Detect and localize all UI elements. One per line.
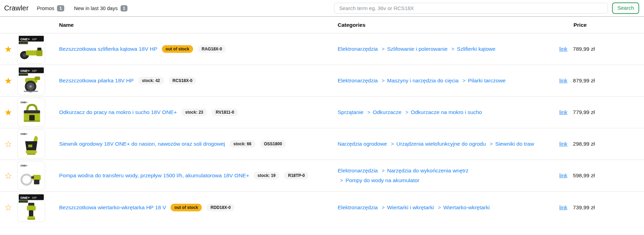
- favorite-star-icon[interactable]: ★: [5, 108, 12, 117]
- svg-text:ONE+: ONE+: [20, 132, 27, 136]
- product-name-link[interactable]: Bezszczotkowa pilarka 18V HP: [59, 78, 134, 84]
- price-cell: link 789,99 zł: [552, 46, 644, 52]
- category-link[interactable]: Maszyny i narzędzia do cięcia: [387, 78, 459, 83]
- breadcrumb-segment: >Siewniki do traw: [487, 141, 534, 147]
- category-link[interactable]: Odkurzacze na mokro i sucho: [411, 109, 482, 115]
- breadcrumb-segment: >Szlifowanie i polerowanie: [379, 46, 448, 52]
- new-count-badge: 1: [121, 5, 128, 11]
- product-badges: out of stockRAG18X-0: [162, 45, 226, 53]
- svg-text:ONE+: ONE+: [20, 37, 30, 41]
- category-link[interactable]: Siewniki do traw: [495, 141, 534, 147]
- product-image-drill: ONE+HPBRUSHLESS: [17, 193, 45, 222]
- product-price: 598,99 zł: [573, 172, 595, 179]
- breadcrumb-segment: >Narzędzia do wykończenia wnętrz: [379, 168, 469, 173]
- promos-count-badge: 1: [57, 5, 64, 11]
- breadcrumb-segment: >Odkurzacze na mokro i sucho: [403, 109, 482, 115]
- category-link[interactable]: Narzędzia ogrodowe: [338, 141, 387, 147]
- category-link[interactable]: Odkurzacze: [373, 109, 402, 115]
- breadcrumb-segment: Elektronarzędzia: [338, 168, 378, 173]
- product-link[interactable]: link: [559, 204, 567, 211]
- category-link[interactable]: Pompy do wody na akumulator: [345, 177, 419, 183]
- svg-text:BRUSHLESS: BRUSHLESS: [19, 74, 29, 76]
- breadcrumb-separator: >: [462, 78, 465, 83]
- table-row: ☆ ONE+ Pompa wodna do transferu wody, pr…: [0, 160, 644, 192]
- category-link[interactable]: Wiertarki i wkrętarki: [387, 204, 434, 210]
- product-name-cell: Odkurzacz do pracy na mokro i sucho 18V …: [59, 108, 333, 116]
- category-link[interactable]: Szlifowanie i polerowanie: [387, 46, 447, 52]
- categories-cell: Elektronarzędzia >Szlifowanie i polerowa…: [333, 44, 552, 54]
- category-link[interactable]: Szlifierki kątowe: [457, 46, 495, 52]
- column-header-name: Name: [59, 22, 333, 28]
- breadcrumb-separator: >: [340, 178, 343, 183]
- breadcrumb-separator: >: [382, 168, 385, 173]
- product-name-link[interactable]: Bezszczotkowa wiertarko-wkrętarka HP 18 …: [59, 204, 166, 211]
- category-link[interactable]: Elektronarzędzia: [338, 204, 378, 210]
- table-row: ★ ONE+ Odkurzacz do pracy na mokro i suc…: [0, 97, 644, 128]
- favorite-star-icon[interactable]: ☆: [5, 171, 12, 180]
- product-link[interactable]: link: [559, 109, 567, 115]
- product-badges: stock: 19R18TP-0: [254, 172, 308, 179]
- breadcrumb-separator: >: [382, 46, 385, 52]
- search-input[interactable]: [334, 3, 608, 14]
- sku-badge: RCS18X-0: [169, 77, 196, 84]
- product-name-cell: Bezszczotkowa pilarka 18V HP stock: 42RC…: [59, 77, 333, 84]
- product-link[interactable]: link: [559, 141, 567, 147]
- nav-promos-label: Promos: [37, 6, 54, 11]
- table-row: ☆ ONE+HPBRUSHLESS Bezszczotkowa wiertark…: [0, 192, 644, 223]
- breadcrumb-separator: >: [438, 205, 441, 210]
- breadcrumb-segment: >Wiertarki i wkrętarki: [379, 204, 434, 210]
- category-link[interactable]: Narzędzia do wykończenia wnętrz: [387, 168, 468, 173]
- category-link[interactable]: Wiertarko-wkrętarki: [443, 204, 489, 210]
- svg-text:HP: HP: [32, 69, 37, 73]
- product-name-cell: Bezszczotkowa wiertarko-wkrętarka HP 18 …: [59, 204, 333, 211]
- product-link[interactable]: link: [559, 78, 567, 84]
- breadcrumb-separator: >: [391, 141, 394, 147]
- svg-text:ONE+: ONE+: [20, 195, 30, 199]
- category-link[interactable]: Urządzenia wielofunkcyjne do ogrodu: [396, 141, 486, 147]
- svg-text:ONE+: ONE+: [20, 164, 27, 167]
- product-name-link[interactable]: Odkurzacz do pracy na mokro i sucho 18V …: [59, 109, 177, 115]
- category-breadcrumb: Elektronarzędzia >Narzędzia do wykończen…: [338, 166, 537, 185]
- category-link[interactable]: Elektronarzędzia: [338, 46, 378, 52]
- search-button[interactable]: Search: [612, 2, 639, 14]
- svg-text:BRUSHLESS: BRUSHLESS: [19, 42, 29, 44]
- favorite-star-icon[interactable]: ☆: [5, 140, 12, 148]
- top-bar: Crawler Promos 1 New in last 30 days 1 S…: [0, 0, 644, 17]
- favorite-star-icon[interactable]: ★: [5, 45, 12, 54]
- svg-text:ONE+: ONE+: [20, 69, 30, 73]
- product-price: 298,99 zł: [573, 141, 595, 147]
- product-name-link[interactable]: Pompa wodna do transferu wody, przepływ …: [59, 172, 249, 179]
- nav-new-in-30-days[interactable]: New in last 30 days 1: [74, 5, 127, 11]
- product-name-cell: Pompa wodna do transferu wody, przepływ …: [59, 172, 333, 179]
- product-badges: stock: 23RV1811-0: [181, 108, 238, 116]
- nav-promos[interactable]: Promos 1: [37, 5, 64, 11]
- product-name-link[interactable]: Siewnik ogrodowy 18V ONE+ do nasion, naw…: [59, 141, 225, 147]
- breadcrumb-segment: Elektronarzędzia: [338, 78, 378, 83]
- sku-badge: RV1811-0: [212, 108, 238, 116]
- out-of-stock-badge: out of stock: [171, 204, 202, 211]
- stock-badge: stock: 42: [138, 77, 164, 84]
- favorite-star-icon[interactable]: ☆: [5, 203, 12, 212]
- product-badges: stock: 66OSS1800: [230, 140, 286, 148]
- category-link[interactable]: Elektronarzędzia: [338, 78, 378, 83]
- product-link[interactable]: link: [559, 172, 567, 179]
- favorite-star-icon[interactable]: ★: [5, 76, 12, 85]
- breadcrumb-segment: Narzędzia ogrodowe: [338, 141, 387, 147]
- stock-badge: stock: 19: [254, 172, 279, 179]
- category-breadcrumb: Narzędzia ogrodowe >Urządzenia wielofunk…: [338, 139, 537, 149]
- product-name-link[interactable]: Bezszczotkowa szlifierka kątowa 18V HP: [59, 46, 157, 52]
- product-price: 779,99 zł: [573, 109, 595, 115]
- breadcrumb-separator: >: [382, 205, 385, 210]
- category-breadcrumb: Elektronarzędzia >Maszyny i narzędzia do…: [338, 76, 537, 86]
- product-name-cell: Bezszczotkowa szlifierka kątowa 18V HP o…: [59, 45, 333, 53]
- sku-badge: R18TP-0: [284, 172, 308, 179]
- table-header: Name Categories Price: [0, 17, 644, 33]
- price-cell: link 739,99 zł: [552, 204, 644, 211]
- breadcrumb-separator: >: [405, 110, 408, 115]
- category-link[interactable]: Sprzątanie: [338, 109, 363, 115]
- category-link[interactable]: Pilarki tarczowe: [468, 78, 506, 83]
- table-row: ★ ONE+HPBRUSHLESS Bezszczotkowa pilarka …: [0, 65, 644, 97]
- product-link[interactable]: link: [559, 46, 567, 52]
- price-cell: link 298,99 zł: [552, 141, 644, 147]
- category-link[interactable]: Elektronarzędzia: [338, 168, 378, 173]
